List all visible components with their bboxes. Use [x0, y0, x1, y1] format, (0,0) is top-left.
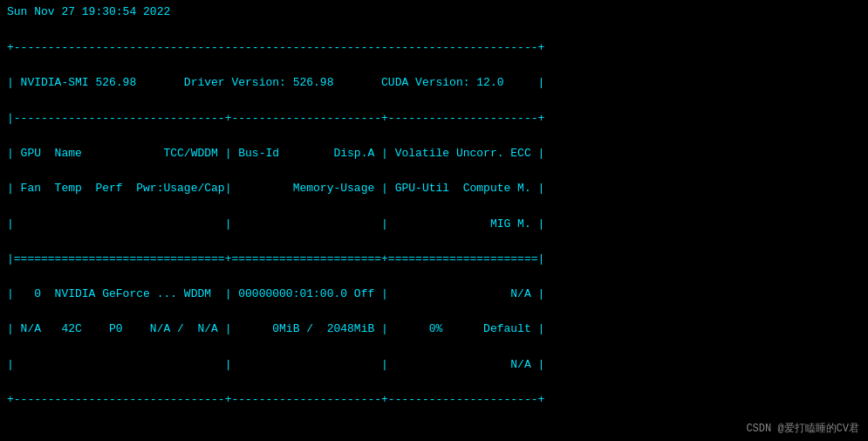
footer-line: +-------------------------------+-------…	[7, 393, 544, 406]
timestamp: Sun Nov 27 19:30:54 2022	[7, 5, 861, 18]
col-separator2: |===============================+=======…	[7, 252, 544, 265]
smi-info: | NVIDIA-SMI 526.98 Driver Version: 526.…	[7, 76, 544, 89]
col-separator: |-------------------------------+-------…	[7, 112, 544, 125]
col-headers-3: | | | MIG M. |	[7, 217, 544, 231]
terminal-output: +---------------------------------------…	[7, 22, 861, 441]
col-headers-1: | GPU Name TCC/WDDM | Bus-Id Disp.A | Vo…	[7, 147, 544, 160]
gpu-row-1: | 0 NVIDIA GeForce ... WDDM | 00000000:0…	[7, 287, 544, 300]
header-line: +---------------------------------------…	[7, 41, 544, 54]
gpu-row-3: | | | N/A |	[7, 358, 544, 371]
col-headers-2: | Fan Temp Perf Pwr:Usage/Cap| Memory-Us…	[7, 182, 544, 195]
credit: CSDN @爱打瞌睡的CV君	[746, 421, 859, 436]
gpu-row-2: | N/A 42C P0 N/A / N/A | 0MiB / 2048MiB …	[7, 322, 544, 335]
